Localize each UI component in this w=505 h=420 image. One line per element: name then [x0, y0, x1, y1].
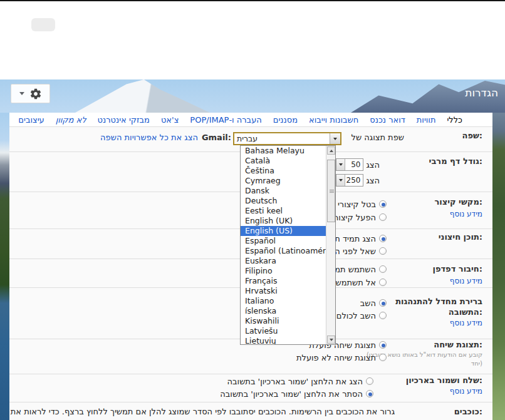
hide-archive-button-option[interactable]: הסתר את הלחצן 'שמור בארכיון' בתשובה [220, 389, 373, 398]
shortcuts-more-info-link[interactable]: מידע נוסף [450, 210, 482, 218]
radio-label: השב [360, 299, 376, 308]
language-option-7[interactable]: English (UK) [241, 216, 326, 226]
language-dropdown-list: Bahasa MelayuCatalàČeštinaCymraegDanskDe… [240, 145, 336, 345]
radio-button[interactable] [379, 265, 387, 273]
shortcuts-row-label: מקשי קיצור: [434, 197, 482, 207]
radio-button[interactable] [379, 235, 387, 242]
show-text: הצג [366, 176, 380, 185]
language-option-19[interactable]: Lietuvių [241, 336, 326, 344]
language-option-2[interactable]: Čeština [241, 166, 326, 176]
page-size-row-label: גודל דף מרבי: [429, 156, 482, 166]
tab-8[interactable]: לא מקוון [56, 115, 86, 125]
language-option-16[interactable]: íslenska [241, 306, 326, 316]
conversation-view-row-label: תצוגת שיחה: [434, 340, 482, 349]
browser-connection-more-info-link[interactable]: מידע נוסף [450, 277, 482, 285]
reply-all-option[interactable]: השב לכולם [336, 311, 387, 320]
tab-3[interactable]: חשבונות וייבוא [309, 115, 358, 125]
language-select[interactable]: עברית [233, 132, 341, 145]
browser-connection-row-label: חיבור דפדפן: [432, 264, 482, 274]
send-archive-more-info-link[interactable]: מידע נוסף [450, 387, 482, 396]
gear-icon [29, 88, 42, 100]
radio-button[interactable] [379, 200, 387, 208]
language-option-17[interactable]: Kiswahili [241, 316, 326, 326]
language-options: Bahasa MelayuCatalàČeštinaCymraegDanskDe… [241, 146, 326, 344]
language-option-9[interactable]: Español [241, 236, 326, 246]
settings-tab-bar: כלליתוויותדואר נכנסחשבונות וייבואמסנניםה… [9, 113, 492, 126]
radio-button[interactable] [379, 341, 387, 349]
scrollbar-down-button[interactable] [327, 335, 335, 344]
tab-2[interactable]: דואר נכנס [370, 115, 405, 125]
language-option-14[interactable]: Hrvatski [241, 286, 326, 296]
language-option-8[interactable]: English (US) [241, 226, 326, 236]
tab-7[interactable]: מבזקי אינטרנט [98, 115, 150, 125]
show-archive-button-option[interactable]: הצג את הלחצן 'שמור בארכיון' בתשובה [227, 377, 373, 386]
conversation-view-note-2: יחד) [471, 360, 482, 367]
conversations-count-select[interactable]: 50 [336, 158, 363, 171]
language-option-12[interactable]: Filipino [241, 266, 326, 276]
show-all-languages-link[interactable]: הצג את כל אפשרויות השפה [100, 133, 198, 142]
select-arrow-button[interactable] [336, 175, 345, 186]
contacts-count-select[interactable]: 250 [336, 174, 363, 187]
tab-1[interactable]: תוויות [417, 115, 436, 125]
language-option-11[interactable]: Euskara [241, 256, 326, 266]
conversation-off-option[interactable]: תצוגת שיחה לא פועלת [296, 353, 387, 362]
external-content-row-label: תוכן חיצוני: [439, 232, 482, 242]
gmail-label: Gmail: [202, 133, 231, 142]
language-option-18[interactable]: Latviešu [241, 326, 326, 336]
language-select-arrow[interactable] [330, 133, 340, 144]
tab-5[interactable]: העברה ו-POP/IMAP [190, 115, 261, 125]
reply-behavior-more-info-link[interactable]: מידע נוסף [450, 319, 482, 327]
language-left-group: הצג את כל אפשרויות השפה Gmail: [100, 133, 231, 142]
language-option-6[interactable]: Eesti keel [241, 206, 326, 216]
radio-button[interactable] [366, 377, 373, 385]
select-arrow-button[interactable] [336, 159, 345, 170]
language-option-15[interactable]: Italiano [241, 296, 326, 306]
radio-button[interactable] [379, 279, 387, 286]
stars-row-label: כוכבים: [454, 407, 482, 416]
radio-button[interactable] [379, 247, 387, 255]
chevron-down-icon [333, 138, 337, 140]
chevron-down-icon [19, 92, 24, 95]
chevron-down-icon [339, 163, 343, 166]
dropdown-scrollbar[interactable] [326, 146, 335, 344]
scrollbar-thumb[interactable] [327, 160, 335, 222]
radio-label: השב לכולם [336, 311, 376, 320]
stars-description: גרור את הכוכבים בין הרשימות. הכוכבים יסת… [9, 407, 395, 416]
radio-button[interactable] [379, 312, 387, 319]
gear-button[interactable] [11, 84, 50, 103]
radio-button[interactable] [379, 299, 387, 307]
language-option-10[interactable]: Español (Latinoamérica) [241, 246, 326, 256]
language-option-4[interactable]: Dansk [241, 186, 326, 196]
show-text: הצג [366, 160, 380, 170]
gmail-settings-screen: הגדרות כלליתוויותדואר נכנסחשבונות וייבוא… [0, 0, 505, 420]
radio-label: הצג את הלחצן 'שמור בארכיון' בתשובה [227, 377, 363, 386]
scrollbar-up-button[interactable] [327, 146, 335, 155]
language-option-0[interactable]: Bahasa Melayu [241, 146, 326, 156]
thumb-grip [330, 190, 334, 193]
tab-4[interactable]: מסננים [273, 115, 298, 125]
radio-button[interactable] [379, 213, 387, 221]
radio-button[interactable] [366, 390, 373, 397]
send-archive-row-label: שלח ושמור בארכיון: [406, 376, 482, 385]
chevron-down-icon [339, 179, 343, 182]
tab-9[interactable]: עיצובים [18, 115, 44, 125]
display-language-text: שפת תצוגה של [351, 133, 404, 142]
reply-behavior-row-label-2: התשובה: [449, 307, 482, 317]
language-option-1[interactable]: Català [241, 156, 326, 166]
language-option-3[interactable]: Cymraeg [241, 176, 326, 186]
language-select-value: עברית [234, 133, 330, 144]
language-row-label: שפה: [462, 131, 482, 140]
tab-6[interactable]: צ'אט [161, 115, 179, 125]
reply-option[interactable]: השב [360, 299, 387, 307]
radio-button[interactable] [379, 354, 387, 361]
faint-toolbar-mark [31, 18, 55, 31]
arrow-up-icon [330, 150, 333, 152]
settings-panel: כלליתוויותדואר נכנסחשבונות וייבואמסנניםה… [9, 113, 492, 420]
tab-0[interactable]: כללי [447, 115, 462, 125]
language-option-5[interactable]: Deutsch [241, 196, 326, 206]
radio-label: תצוגת שיחה לא פועלת [296, 353, 376, 362]
language-option-13[interactable]: Français [241, 276, 326, 286]
reply-behavior-row-label-1: ברירת מחדל להתנהגות [395, 297, 482, 306]
page-title: הגדרות [465, 86, 498, 99]
browser-blank-area [0, 1, 505, 79]
